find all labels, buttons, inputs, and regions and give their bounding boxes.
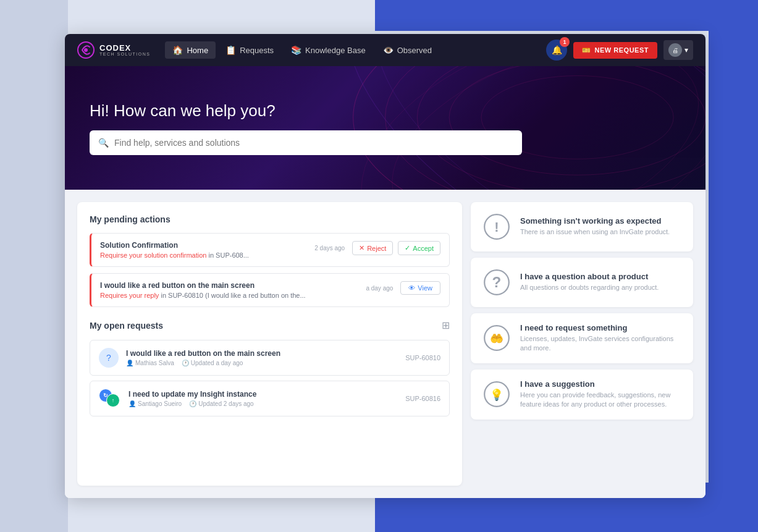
pending-actions-title: My pending actions xyxy=(90,214,450,224)
svg-point-10 xyxy=(366,66,705,190)
request-title-1: I would like a red button on the main sc… xyxy=(126,349,398,358)
svg-text:?: ? xyxy=(492,274,502,290)
logo-text: CODEX TECH SOLUTIONS xyxy=(99,44,150,56)
logo: CODEX TECH SOLUTIONS xyxy=(77,41,150,59)
new-request-label: NEW REQUEST xyxy=(595,46,649,54)
clock-icon-2: 🕐 xyxy=(189,400,196,407)
pending-card-subtitle-2: Requires your reply in SUP-60810 (I woul… xyxy=(100,292,360,299)
search-input[interactable] xyxy=(90,130,522,155)
logo-icon xyxy=(77,41,95,59)
content-area: My pending actions Solution Confirmation… xyxy=(65,190,705,498)
grid-view-icon[interactable]: ⊞ xyxy=(442,319,450,331)
search-icon: 🔍 xyxy=(98,138,109,148)
service-card-text-suggestion: I have a suggestion Here you can provide… xyxy=(520,379,682,410)
request-updated-1: 🕐 Updated a day ago xyxy=(182,360,243,366)
user-icon-2: 👤 xyxy=(128,400,136,407)
user-icon-1: 👤 xyxy=(126,360,133,366)
request-row-1[interactable]: ? I would like a red button on the main … xyxy=(90,340,450,376)
issue-icon: ! xyxy=(482,212,512,242)
pending-card-actions-1: 2 days ago ✕ Reject ✓ Accept xyxy=(314,241,440,255)
request-title-2: I need to update my Insight instance xyxy=(128,390,398,399)
left-panel: My pending actions Solution Confirmation… xyxy=(77,202,462,486)
check-icon: ✓ xyxy=(405,244,410,252)
bg-left-decoration xyxy=(0,0,68,532)
svg-text:!: ! xyxy=(494,219,499,235)
request-user-2: 👤 Santiago Sueiro xyxy=(128,400,182,407)
nav-knowledge[interactable]: 📚 Knowledge Base xyxy=(284,41,373,59)
svg-point-1 xyxy=(84,48,88,52)
issue-desc: There is an issue when using an InvGate … xyxy=(520,227,670,237)
request-info-1: I would like a red button on the main sc… xyxy=(126,349,398,366)
navbar: CODEX TECH SOLUTIONS 🏠 Home 📋 Requests 📚… xyxy=(65,34,705,66)
accept-button[interactable]: ✓ Accept xyxy=(398,241,440,255)
notification-button[interactable]: 🔔 1 xyxy=(546,40,567,61)
open-requests-title: My open requests xyxy=(90,321,163,331)
user-menu-button[interactable]: 🖨 ▾ xyxy=(663,40,693,60)
request-something-title: I need to request something xyxy=(520,323,682,332)
pending-card-content-2: I would like a red button on the main sc… xyxy=(100,281,360,299)
new-request-icon: 🎫 xyxy=(582,46,591,54)
hero-pattern xyxy=(65,66,705,190)
avatar-2: ↑ xyxy=(106,394,120,407)
nav-home[interactable]: 🏠 Home xyxy=(165,41,216,59)
x-icon: ✕ xyxy=(359,244,364,252)
nav-observed[interactable]: 👁️ Observed xyxy=(376,41,439,59)
pending-card-subtitle-1: Requirse your solution confirmation in S… xyxy=(100,251,308,259)
bell-icon: 🔔 xyxy=(552,45,562,55)
service-card-suggestion[interactable]: 💡 I have a suggestion Here you can provi… xyxy=(471,369,693,420)
hero-section: Hi! How can we help you? 🔍 xyxy=(65,66,705,190)
knowledge-icon: 📚 xyxy=(291,45,301,55)
nav-requests[interactable]: 📋 Requests xyxy=(218,41,281,59)
nav-right: 🔔 1 🎫 NEW REQUEST 🖨 ▾ xyxy=(546,40,693,61)
home-icon: 🏠 xyxy=(172,45,183,55)
pending-card-content-1: Solution Confirmation Requirse your solu… xyxy=(100,241,308,259)
user-avatar: 🖨 xyxy=(668,43,682,57)
request-row-2[interactable]: ↻ ↑ I need to update my Insight instance… xyxy=(90,381,450,416)
pending-action-item[interactable]: Solution Confirmation Requirse your solu… xyxy=(90,233,450,267)
svg-text:💡: 💡 xyxy=(490,388,503,402)
nav-requests-label: Requests xyxy=(240,46,274,55)
request-meta-1: 👤 Mathias Salva 🕐 Updated a day ago xyxy=(126,360,398,366)
svg-point-2 xyxy=(353,66,705,190)
service-card-request[interactable]: 🤲 I need to request something Licenses, … xyxy=(471,313,693,363)
view-button[interactable]: 👁 View xyxy=(400,281,440,295)
service-card-issue[interactable]: ! Something isn't working as expected Th… xyxy=(471,202,693,251)
svg-point-7 xyxy=(292,66,705,190)
hero-headline: Hi! How can we help you? xyxy=(90,101,681,120)
pending-card-title-1: Solution Confirmation xyxy=(100,241,308,250)
hand-icon: 🤲 xyxy=(482,323,512,353)
observed-icon: 👁️ xyxy=(383,45,394,55)
pending-action-item-2[interactable]: I would like a red button on the main sc… xyxy=(90,273,450,307)
nav-items: 🏠 Home 📋 Requests 📚 Knowledge Base 👁️ Ob… xyxy=(165,41,546,59)
request-meta-2: 👤 Santiago Sueiro 🕐 Updated 2 days ago xyxy=(128,400,398,407)
nav-observed-label: Observed xyxy=(397,46,432,55)
request-id-2: SUP-60816 xyxy=(405,395,440,402)
service-card-question[interactable]: ? I have a question about a product All … xyxy=(471,258,693,307)
svg-text:🤲: 🤲 xyxy=(490,332,503,345)
service-card-text-issue: Something isn't working as expected Ther… xyxy=(520,216,670,237)
bg-right-decoration xyxy=(709,0,758,532)
pending-card-title-2: I would like a red button on the main sc… xyxy=(100,281,360,290)
request-something-desc: Licenses, updates, InvGate services conf… xyxy=(520,334,682,353)
question-desc: All questions or doubts regarding any pr… xyxy=(520,283,659,292)
notification-badge: 1 xyxy=(560,37,570,47)
question-title: I have a question about a product xyxy=(520,272,659,281)
nav-home-label: Home xyxy=(187,46,208,55)
request-icon-2: ↻ ↑ xyxy=(99,389,121,408)
open-requests-header: My open requests ⊞ xyxy=(90,319,450,331)
request-icon-1: ? xyxy=(99,348,119,368)
search-bar: 🔍 xyxy=(90,130,522,155)
question-icon: ? xyxy=(482,268,512,297)
logo-sub: TECH SOLUTIONS xyxy=(99,52,150,56)
request-user-1: 👤 Mathias Salva xyxy=(126,360,174,366)
svg-point-5 xyxy=(449,66,705,175)
printer-icon: 🖨 xyxy=(672,47,678,54)
suggestion-title: I have a suggestion xyxy=(520,379,682,389)
clock-icon-1: 🕐 xyxy=(182,360,189,366)
service-card-text-question: I have a question about a product All qu… xyxy=(520,272,659,292)
reject-button[interactable]: ✕ Reject xyxy=(352,241,393,255)
requests-icon: 📋 xyxy=(225,45,236,55)
new-request-button[interactable]: 🎫 NEW REQUEST xyxy=(573,42,657,59)
chevron-down-icon: ▾ xyxy=(684,46,688,54)
service-card-text-request: I need to request something Licenses, up… xyxy=(520,323,682,353)
